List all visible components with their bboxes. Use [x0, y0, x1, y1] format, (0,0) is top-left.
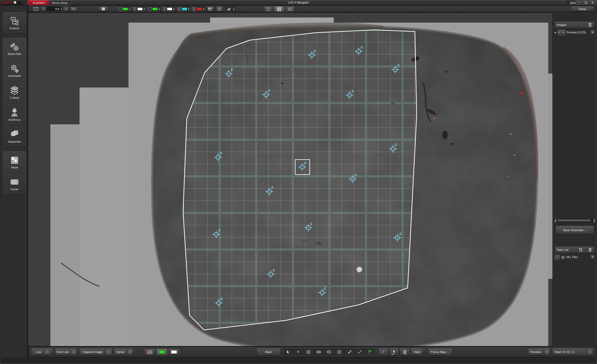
window-title: LAS X Navigator — [0, 0, 597, 5]
tile-color-white-button[interactable] — [168, 348, 180, 356]
preview-indicator — [545, 350, 548, 354]
sidebar-item-autofocus[interactable]: Autofocus — [2, 103, 27, 125]
title-bar: Leica Acquisition Mosaic Merge LAS X Nav… — [0, 0, 597, 5]
channel-1-checkbox[interactable] — [118, 7, 122, 11]
svg-text:F: F — [220, 152, 222, 156]
scroll-track[interactable] — [557, 219, 593, 222]
zoom-out-button[interactable]: − — [40, 7, 47, 11]
tile-color-green-button[interactable] — [156, 348, 168, 356]
scroll-thumb[interactable] — [558, 220, 591, 222]
delete-images-button[interactable] — [585, 22, 594, 28]
focus-map-button[interactable]: Focus Map ... — [428, 348, 452, 356]
channel-controls: ▲▼ ✓ ▲▼ ▲▼ ✓ ▲▼ ✓ ▲▼ ✓ ▲▼ — [118, 6, 235, 12]
add-point-tool-button[interactable]: + — [293, 348, 303, 356]
expand-arrow-icon[interactable]: ▶ — [555, 31, 557, 34]
live-button[interactable]: Live — [31, 348, 53, 356]
tile-pattern-icon — [147, 350, 152, 355]
channel-4-checkbox[interactable]: ✓ — [163, 7, 166, 11]
tab-mosaic-merge[interactable]: Mosaic Merge — [50, 0, 71, 5]
blend-spinner[interactable]: ▲▼ — [233, 8, 235, 10]
channel-6-checkbox[interactable]: ✓ — [192, 7, 196, 11]
delete-all-tasks-button[interactable] — [585, 247, 594, 253]
stage-overview-canvas[interactable]: FFFFFFFFFFFFFFFFF — [28, 13, 553, 346]
add-focus-point-button[interactable]: +F — [355, 348, 365, 356]
trash-select-icon — [579, 248, 583, 252]
channel-3-spinner[interactable]: ▲▼ — [158, 8, 160, 10]
tab-acquisition[interactable]: Acquisition — [28, 0, 50, 5]
select-tool-button[interactable] — [283, 348, 293, 356]
channel-2-spinner[interactable]: ▲▼ — [143, 8, 145, 10]
channel-5-spinner[interactable]: ▲▼ — [188, 8, 190, 10]
zoom-value-field[interactable]: 5.9 — [47, 7, 60, 11]
mark-button[interactable]: Mark — [257, 348, 281, 356]
rectangle-tool-button[interactable] — [314, 348, 324, 356]
help-label: elp — [572, 1, 575, 4]
preview-button[interactable]: Preview — [528, 348, 550, 356]
channel-2-color-swatch[interactable] — [137, 8, 143, 10]
task-checkbox[interactable]: ✓ — [555, 255, 560, 260]
show-tile-dots-button[interactable] — [285, 6, 295, 12]
polygon-tool-button[interactable] — [303, 348, 314, 356]
channel-2-checkbox[interactable]: ✓ — [133, 7, 137, 11]
preview-visibility-combo[interactable]: ✓|▼ — [558, 30, 565, 35]
sidebar-item-carrier[interactable]: Carrier — [2, 173, 27, 195]
validate-focus-button[interactable]: ✓ — [378, 348, 388, 356]
sidebar-item-sequential[interactable]: 123 Sequential — [2, 125, 27, 147]
hide-button[interactable]: Hide — [410, 348, 424, 356]
blend-mode-button[interactable] — [225, 7, 232, 11]
select-all-button[interactable]: ALL — [389, 348, 399, 356]
sidebar-item-projects[interactable]: Projects — [2, 12, 27, 34]
start-button[interactable]: Start 46 GB 8 s — [552, 348, 594, 356]
channel-1-color-swatch[interactable] — [123, 8, 128, 10]
tile-pattern-button[interactable] — [144, 348, 156, 356]
channel-6-spinner[interactable]: ▲▼ — [202, 8, 204, 10]
close-task-button[interactable]: X — [590, 255, 595, 260]
autofocus-point-button[interactable]: AF+ — [365, 348, 375, 356]
sidebar-item-z-stack[interactable]: Z-Stack — [2, 81, 27, 103]
intensity-slider-knob[interactable] — [14, 1, 16, 4]
magic-wand-tool-button[interactable] — [345, 348, 355, 356]
channel-4-color-swatch[interactable] — [167, 8, 172, 10]
zoom-dropdown-arrow[interactable]: ▼ — [61, 8, 63, 10]
zoom-in-button[interactable]: + — [63, 7, 69, 11]
live-indicator — [46, 350, 49, 354]
minimize-button[interactable]: – — [576, 1, 582, 5]
channel-3-color-swatch[interactable] — [152, 8, 158, 10]
svg-text:F: F — [397, 64, 400, 68]
maximize-button[interactable]: ▢ — [583, 1, 589, 5]
capture-image-button[interactable]: Capture Image — [79, 348, 113, 356]
close-window-button[interactable]: ✕ — [589, 1, 596, 5]
close-navigator-button[interactable]: Close — [571, 6, 594, 12]
sidebar-item-beam-path[interactable]: Beam Path — [2, 38, 27, 60]
zoom-1-1-button[interactable]: 1:1 — [70, 7, 78, 11]
sidebar-item-stage[interactable]: Stage — [2, 151, 27, 173]
svg-text:F: F — [221, 297, 223, 301]
sidebar-item-scanmode[interactable]: Scanmode — [2, 60, 27, 81]
delete-selected-tasks-button[interactable] — [576, 247, 585, 253]
channel-4-spinner[interactable]: ▲▼ — [173, 8, 175, 10]
show-tile-grid-button[interactable] — [274, 6, 284, 12]
channel-5-color-swatch[interactable] — [182, 8, 187, 10]
ellipse-tool-button[interactable] — [324, 348, 334, 356]
tile-view-group — [262, 6, 296, 12]
delete-marks-button[interactable] — [400, 348, 410, 356]
close-preview-button[interactable]: X — [590, 30, 595, 35]
channel-1-spinner[interactable]: ▲▼ — [128, 8, 130, 10]
projects-icon — [9, 16, 20, 26]
expand-view-button[interactable] — [263, 6, 274, 12]
overview-display-button[interactable] — [98, 6, 109, 12]
scroll-right-icon[interactable]: ❯ — [593, 219, 595, 222]
channel-3-checkbox[interactable] — [148, 7, 152, 11]
channel-5-checkbox[interactable]: ✓ — [177, 7, 181, 11]
circle-tool-button[interactable] — [334, 348, 345, 356]
spiral-button[interactable]: Spiral — [114, 348, 134, 356]
refresh-channels-button[interactable] — [216, 6, 223, 12]
channel-6-color-swatch[interactable] — [196, 8, 202, 10]
scroll-left-icon[interactable]: ❮ — [554, 219, 557, 222]
fast-live-button[interactable]: Fast Live — [55, 348, 77, 356]
workflow-tabs: Acquisition Mosaic Merge — [27, 0, 71, 5]
save-overview-button[interactable]: Save Overview ... — [556, 226, 594, 235]
fit-view-button[interactable] — [32, 7, 40, 11]
gradient-lut-button[interactable] — [207, 6, 214, 12]
ellipse-tool-icon — [327, 350, 331, 354]
